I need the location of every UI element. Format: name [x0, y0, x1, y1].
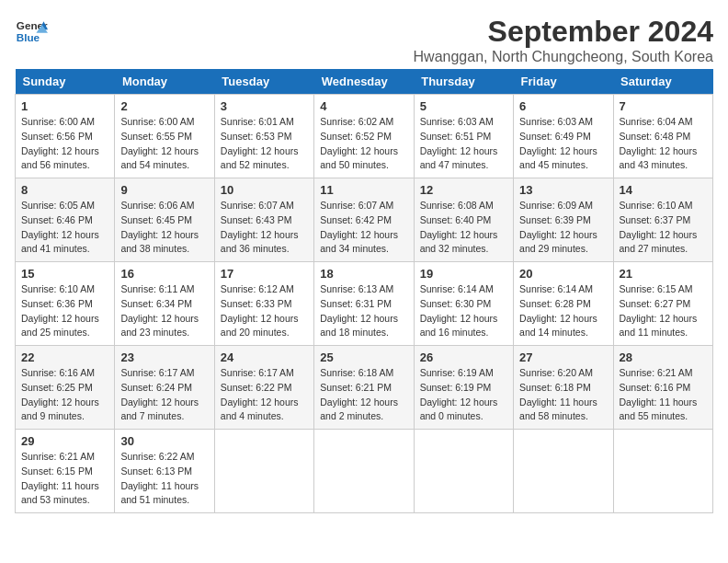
day-cell: 4 Sunrise: 6:02 AMSunset: 6:52 PMDayligh… — [314, 95, 414, 178]
day-info: Sunrise: 6:14 AMSunset: 6:30 PMDaylight:… — [420, 283, 498, 338]
day-info: Sunrise: 6:00 AMSunset: 6:56 PMDaylight:… — [21, 116, 99, 170]
day-info: Sunrise: 6:14 AMSunset: 6:28 PMDaylight:… — [519, 283, 597, 338]
day-info: Sunrise: 6:15 AMSunset: 6:27 PMDaylight:… — [620, 283, 698, 338]
day-cell: 27 Sunrise: 6:20 AMSunset: 6:18 PMDaylig… — [514, 346, 613, 430]
day-info: Sunrise: 6:18 AMSunset: 6:21 PMDaylight:… — [320, 367, 398, 421]
day-number: 6 — [519, 99, 607, 113]
day-cell: 12 Sunrise: 6:08 AMSunset: 6:40 PMDaylig… — [414, 178, 513, 262]
day-info: Sunrise: 6:16 AMSunset: 6:25 PMDaylight:… — [21, 367, 99, 421]
week-row-4: 22 Sunrise: 6:16 AMSunset: 6:25 PMDaylig… — [16, 346, 713, 430]
day-info: Sunrise: 6:07 AMSunset: 6:42 PMDaylight:… — [320, 200, 398, 254]
day-number: 20 — [519, 267, 607, 281]
day-cell: 3 Sunrise: 6:01 AMSunset: 6:53 PMDayligh… — [214, 95, 313, 178]
day-info: Sunrise: 6:17 AMSunset: 6:24 PMDaylight:… — [120, 367, 199, 421]
day-number: 14 — [620, 183, 707, 197]
week-row-2: 8 Sunrise: 6:05 AMSunset: 6:46 PMDayligh… — [16, 178, 713, 262]
day-info: Sunrise: 6:04 AMSunset: 6:48 PMDaylight:… — [620, 116, 698, 170]
day-info: Sunrise: 6:12 AMSunset: 6:33 PMDaylight:… — [221, 283, 299, 338]
day-number: 25 — [320, 350, 407, 364]
weekday-thursday: Thursday — [414, 69, 513, 95]
day-cell — [314, 430, 414, 513]
day-number: 23 — [120, 350, 208, 364]
day-cell: 17 Sunrise: 6:12 AMSunset: 6:33 PMDaylig… — [214, 262, 313, 346]
title-block: September 2024 Hwanggan, North Chungcheo… — [414, 15, 713, 65]
day-number: 21 — [620, 267, 707, 281]
day-cell: 21 Sunrise: 6:15 AMSunset: 6:27 PMDaylig… — [613, 262, 712, 346]
day-number: 9 — [120, 183, 208, 197]
day-number: 22 — [21, 350, 108, 364]
weekday-header-row: SundayMondayTuesdayWednesdayThursdayFrid… — [16, 69, 713, 95]
day-info: Sunrise: 6:21 AMSunset: 6:16 PMDaylight:… — [620, 367, 698, 421]
day-cell: 2 Sunrise: 6:00 AMSunset: 6:55 PMDayligh… — [115, 95, 214, 178]
day-cell: 1 Sunrise: 6:00 AMSunset: 6:56 PMDayligh… — [16, 95, 115, 178]
day-number: 19 — [420, 267, 507, 281]
day-cell — [514, 430, 613, 513]
day-info: Sunrise: 6:05 AMSunset: 6:46 PMDaylight:… — [21, 200, 99, 254]
weekday-saturday: Saturday — [613, 69, 712, 95]
week-row-1: 1 Sunrise: 6:00 AMSunset: 6:56 PMDayligh… — [16, 95, 713, 178]
week-row-3: 15 Sunrise: 6:10 AMSunset: 6:36 PMDaylig… — [16, 262, 713, 346]
day-number: 18 — [320, 267, 407, 281]
day-info: Sunrise: 6:00 AMSunset: 6:55 PMDaylight:… — [120, 116, 199, 170]
day-info: Sunrise: 6:09 AMSunset: 6:39 PMDaylight:… — [519, 200, 597, 254]
day-number: 27 — [519, 350, 607, 364]
day-number: 30 — [120, 434, 208, 448]
day-info: Sunrise: 6:03 AMSunset: 6:49 PMDaylight:… — [519, 116, 597, 170]
day-info: Sunrise: 6:07 AMSunset: 6:43 PMDaylight:… — [221, 200, 299, 254]
weekday-sunday: Sunday — [16, 69, 115, 95]
day-number: 24 — [221, 350, 308, 364]
day-info: Sunrise: 6:17 AMSunset: 6:22 PMDaylight:… — [221, 367, 299, 421]
day-number: 12 — [420, 183, 507, 197]
day-number: 2 — [120, 99, 208, 113]
day-number: 7 — [620, 99, 707, 113]
day-number: 4 — [320, 99, 407, 113]
day-cell: 25 Sunrise: 6:18 AMSunset: 6:21 PMDaylig… — [314, 346, 414, 430]
day-cell: 8 Sunrise: 6:05 AMSunset: 6:46 PMDayligh… — [16, 178, 115, 262]
day-cell: 29 Sunrise: 6:21 AMSunset: 6:15 PMDaylig… — [16, 430, 115, 513]
week-row-5: 29 Sunrise: 6:21 AMSunset: 6:15 PMDaylig… — [16, 430, 713, 513]
day-cell: 10 Sunrise: 6:07 AMSunset: 6:43 PMDaylig… — [214, 178, 313, 262]
day-number: 26 — [420, 350, 507, 364]
day-info: Sunrise: 6:03 AMSunset: 6:51 PMDaylight:… — [420, 116, 498, 170]
day-cell: 28 Sunrise: 6:21 AMSunset: 6:16 PMDaylig… — [613, 346, 712, 430]
day-info: Sunrise: 6:19 AMSunset: 6:19 PMDaylight:… — [420, 367, 498, 421]
day-cell: 13 Sunrise: 6:09 AMSunset: 6:39 PMDaylig… — [514, 178, 613, 262]
day-cell: 23 Sunrise: 6:17 AMSunset: 6:24 PMDaylig… — [115, 346, 214, 430]
day-cell: 16 Sunrise: 6:11 AMSunset: 6:34 PMDaylig… — [115, 262, 214, 346]
day-info: Sunrise: 6:02 AMSunset: 6:52 PMDaylight:… — [320, 116, 398, 170]
day-number: 1 — [21, 99, 108, 113]
day-info: Sunrise: 6:22 AMSunset: 6:13 PMDaylight:… — [120, 451, 199, 505]
day-number: 16 — [120, 267, 208, 281]
day-info: Sunrise: 6:21 AMSunset: 6:15 PMDaylight:… — [21, 451, 99, 505]
location-title: Hwanggan, North Chungcheong, South Korea — [414, 49, 713, 65]
day-cell: 19 Sunrise: 6:14 AMSunset: 6:30 PMDaylig… — [414, 262, 513, 346]
day-cell — [613, 430, 712, 513]
day-cell: 26 Sunrise: 6:19 AMSunset: 6:19 PMDaylig… — [414, 346, 513, 430]
day-cell: 7 Sunrise: 6:04 AMSunset: 6:48 PMDayligh… — [613, 95, 712, 178]
day-info: Sunrise: 6:06 AMSunset: 6:45 PMDaylight:… — [120, 200, 199, 254]
logo: General Blue — [15, 15, 48, 48]
day-number: 3 — [221, 99, 308, 113]
day-info: Sunrise: 6:08 AMSunset: 6:40 PMDaylight:… — [420, 200, 498, 254]
month-title: September 2024 — [414, 15, 713, 49]
day-cell: 9 Sunrise: 6:06 AMSunset: 6:45 PMDayligh… — [115, 178, 214, 262]
day-cell: 22 Sunrise: 6:16 AMSunset: 6:25 PMDaylig… — [16, 346, 115, 430]
logo-icon: General Blue — [15, 15, 48, 48]
day-cell: 14 Sunrise: 6:10 AMSunset: 6:37 PMDaylig… — [613, 178, 712, 262]
day-cell: 11 Sunrise: 6:07 AMSunset: 6:42 PMDaylig… — [314, 178, 414, 262]
day-cell: 30 Sunrise: 6:22 AMSunset: 6:13 PMDaylig… — [115, 430, 214, 513]
day-number: 15 — [21, 267, 108, 281]
day-info: Sunrise: 6:11 AMSunset: 6:34 PMDaylight:… — [120, 283, 199, 338]
day-number: 29 — [21, 434, 108, 448]
day-info: Sunrise: 6:20 AMSunset: 6:18 PMDaylight:… — [519, 367, 597, 421]
weekday-wednesday: Wednesday — [314, 69, 414, 95]
day-number: 17 — [221, 267, 308, 281]
day-cell — [414, 430, 513, 513]
day-number: 13 — [519, 183, 607, 197]
day-info: Sunrise: 6:10 AMSunset: 6:37 PMDaylight:… — [620, 200, 698, 254]
day-number: 10 — [221, 183, 308, 197]
weekday-tuesday: Tuesday — [214, 69, 313, 95]
header: General Blue September 2024 Hwanggan, No… — [15, 15, 713, 65]
day-info: Sunrise: 6:01 AMSunset: 6:53 PMDaylight:… — [221, 116, 299, 170]
day-cell: 5 Sunrise: 6:03 AMSunset: 6:51 PMDayligh… — [414, 95, 513, 178]
